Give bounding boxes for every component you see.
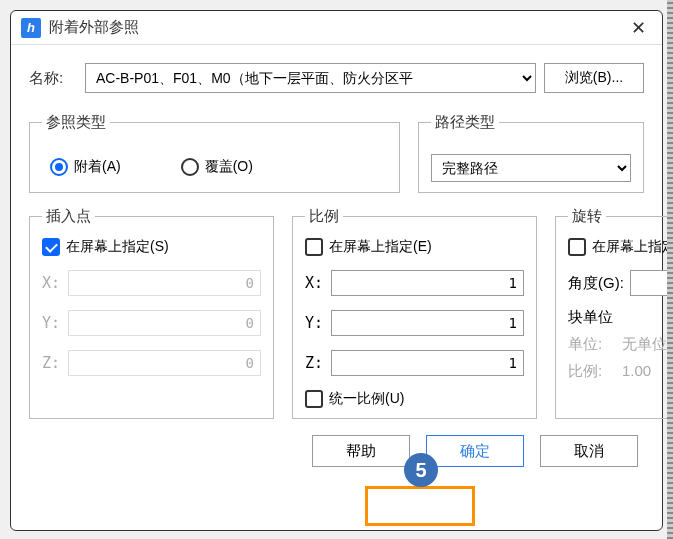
ok-button[interactable]: 确定 (426, 435, 524, 467)
uniform-scale-checkbox[interactable]: 统一比例(U) (305, 390, 524, 408)
insert-y-label: Y: (42, 314, 68, 332)
name-select[interactable]: AC-B-P01、F01、M0（地下一层平面、防火分区平 (85, 63, 536, 93)
checkbox-icon (305, 238, 323, 256)
radio-icon (181, 158, 199, 176)
dialog-buttons: 帮助 确定 取消 (29, 435, 644, 467)
radio-icon (50, 158, 68, 176)
titlebar: h 附着外部参照 ✕ (11, 11, 662, 45)
checkbox-icon (42, 238, 60, 256)
name-row: 名称: AC-B-P01、F01、M0（地下一层平面、防火分区平 浏览(B)..… (29, 63, 644, 93)
help-button[interactable]: 帮助 (312, 435, 410, 467)
scale-y-row: Y: (305, 310, 524, 336)
checkbox-icon (568, 238, 586, 256)
scale-y-label: Y: (305, 314, 331, 332)
insert-y-input (68, 310, 261, 336)
block-unit-label: 单位: (568, 335, 622, 354)
block-unit-row: 单位: 无单位 (568, 335, 673, 354)
attach-xref-dialog: h 附着外部参照 ✕ 名称: AC-B-P01、F01、M0（地下一层平面、防火… (10, 10, 663, 531)
overlay-radio[interactable]: 覆盖(O) (181, 158, 253, 176)
block-scale-value: 1.00 (622, 362, 651, 381)
dialog-title: 附着外部参照 (49, 18, 624, 37)
insert-x-row: X: (42, 270, 261, 296)
path-type-legend: 路径类型 (431, 113, 499, 132)
scale-z-label: Z: (305, 354, 331, 372)
name-label: 名称: (29, 69, 77, 88)
rotate-onscreen-checkbox[interactable]: 在屏幕上指定(F) (568, 238, 673, 256)
rotation-group: 旋转 在屏幕上指定(F) 角度(G): 块单位 单位: 无单位 比例 (555, 207, 673, 419)
scale-group: 比例 在屏幕上指定(E) X: Y: Z: (292, 207, 537, 419)
scale-x-input[interactable] (331, 270, 524, 296)
right-edge-strip (667, 0, 673, 539)
rotate-onscreen-label: 在屏幕上指定(F) (592, 238, 673, 256)
scale-x-row: X: (305, 270, 524, 296)
block-scale-label: 比例: (568, 362, 622, 381)
scale-legend: 比例 (305, 207, 343, 226)
scale-z-input[interactable] (331, 350, 524, 376)
block-scale-row: 比例: 1.00 (568, 362, 673, 381)
scale-z-row: Z: (305, 350, 524, 376)
uniform-scale-label: 统一比例(U) (329, 390, 404, 408)
checkbox-icon (305, 390, 323, 408)
attach-radio-label: 附着(A) (74, 158, 121, 176)
path-type-select[interactable]: 完整路径 (431, 154, 631, 182)
insert-z-input (68, 350, 261, 376)
scale-y-input[interactable] (331, 310, 524, 336)
insertion-point-group: 插入点 在屏幕上指定(S) X: Y: Z: (29, 207, 274, 419)
insertion-point-legend: 插入点 (42, 207, 95, 226)
scale-onscreen-label: 在屏幕上指定(E) (329, 238, 432, 256)
insert-z-label: Z: (42, 354, 68, 372)
insert-onscreen-checkbox[interactable]: 在屏幕上指定(S) (42, 238, 261, 256)
block-unit-subgroup: 块单位 单位: 无单位 比例: 1.00 (568, 308, 673, 381)
reference-type-group: 参照类型 附着(A) 覆盖(O) (29, 113, 400, 193)
insert-onscreen-label: 在屏幕上指定(S) (66, 238, 169, 256)
dialog-content: 名称: AC-B-P01、F01、M0（地下一层平面、防火分区平 浏览(B)..… (11, 45, 662, 479)
insert-y-row: Y: (42, 310, 261, 336)
scale-onscreen-checkbox[interactable]: 在屏幕上指定(E) (305, 238, 524, 256)
browse-button[interactable]: 浏览(B)... (544, 63, 644, 93)
app-icon: h (21, 18, 41, 38)
insert-z-row: Z: (42, 350, 261, 376)
angle-row: 角度(G): (568, 270, 673, 296)
angle-label: 角度(G): (568, 274, 624, 293)
insert-x-input (68, 270, 261, 296)
reference-type-legend: 参照类型 (42, 113, 110, 132)
close-icon[interactable]: ✕ (624, 14, 652, 42)
rotation-legend: 旋转 (568, 207, 606, 226)
attach-radio[interactable]: 附着(A) (50, 158, 121, 176)
block-unit-legend: 块单位 (568, 308, 673, 327)
cancel-button[interactable]: 取消 (540, 435, 638, 467)
overlay-radio-label: 覆盖(O) (205, 158, 253, 176)
block-unit-value: 无单位 (622, 335, 667, 354)
scale-x-label: X: (305, 274, 331, 292)
path-type-group: 路径类型 完整路径 (418, 113, 644, 193)
insert-x-label: X: (42, 274, 68, 292)
